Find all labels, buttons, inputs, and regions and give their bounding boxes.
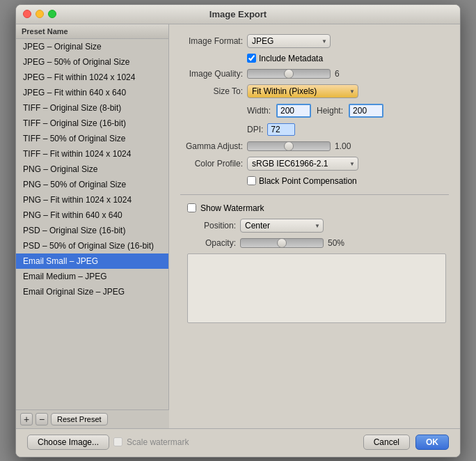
image-export-window: Image Export Preset Name JPEG – Original…: [15, 4, 461, 458]
dpi-label: DPI:: [247, 125, 263, 134]
footer: Choose Image... Scale watermark Cancel O…: [16, 428, 460, 457]
width-height-row: Width: Height:: [247, 104, 449, 118]
opacity-slider-container: 50%: [240, 238, 344, 248]
position-select-wrapper: Center: [240, 219, 324, 233]
include-metadata-row: Include Metadata: [247, 54, 449, 63]
close-button[interactable]: [23, 10, 31, 18]
preset-item-16[interactable]: Email Original Size – JPEG: [16, 284, 168, 299]
dpi-input[interactable]: [267, 123, 295, 136]
image-quality-slider[interactable]: [247, 69, 331, 79]
ok-button[interactable]: OK: [415, 435, 449, 450]
preset-item-6[interactable]: TIFF – 50% of Original Size: [16, 131, 168, 146]
size-to-row: Size To: Fit Within (Pixels): [180, 84, 449, 98]
scale-watermark-checkbox[interactable]: [113, 437, 122, 446]
scale-watermark-label: Scale watermark: [127, 437, 189, 447]
color-profile-select-wrapper: sRGB IEC61966-2.1: [247, 157, 358, 171]
gamma-value: 1.00: [335, 141, 351, 151]
position-select[interactable]: Center: [240, 219, 324, 233]
height-input[interactable]: [349, 104, 383, 118]
divider-1: [180, 194, 449, 195]
add-preset-button[interactable]: +: [20, 413, 33, 425]
position-label: Position:: [194, 221, 236, 230]
width-input[interactable]: [276, 104, 311, 118]
remove-preset-button[interactable]: −: [35, 413, 48, 425]
black-point-row: Black Point Compensation: [247, 176, 449, 186]
opacity-value: 50%: [328, 238, 344, 248]
opacity-slider[interactable]: [240, 238, 324, 248]
size-to-select[interactable]: Fit Within (Pixels): [247, 84, 358, 98]
gamma-slider-container: 1.00: [247, 141, 351, 151]
image-quality-slider-container: 6: [247, 69, 340, 79]
gamma-slider[interactable]: [247, 141, 331, 151]
black-point-label: Black Point Compensation: [259, 176, 357, 186]
position-row: Position: Center: [194, 219, 449, 233]
include-metadata-checkbox[interactable]: [247, 54, 256, 63]
main-panel: Image Format: JPEG Include Metadata Imag…: [169, 24, 460, 428]
window-title: Image Export: [209, 9, 267, 19]
size-to-select-wrapper: Fit Within (Pixels): [247, 84, 358, 98]
size-to-label: Size To:: [180, 86, 243, 96]
reset-preset-button[interactable]: Reset Preset: [51, 413, 108, 425]
preset-item-10[interactable]: PNG – Fit within 1024 x 1024: [16, 192, 168, 208]
preset-item-2[interactable]: JPEG – Fit within 1024 x 1024: [16, 70, 168, 85]
gamma-adjust-row: Gamma Adjust: 1.00: [180, 141, 449, 151]
show-watermark-row: Show Watermark: [187, 203, 449, 213]
image-format-row: Image Format: JPEG: [180, 34, 449, 48]
gamma-adjust-label: Gamma Adjust:: [180, 141, 243, 151]
show-watermark-checkbox[interactable]: [187, 203, 196, 212]
preset-item-13[interactable]: PSD – 50% of Original Size (16-bit): [16, 238, 168, 253]
cancel-button[interactable]: Cancel: [363, 435, 410, 450]
opacity-label: Opacity:: [194, 238, 236, 248]
image-format-select-wrapper: JPEG: [247, 34, 331, 48]
opacity-row: Opacity: 50%: [194, 238, 449, 248]
sidebar-footer: + − Reset Preset: [16, 409, 169, 428]
minimize-button[interactable]: [35, 10, 44, 18]
image-quality-row: Image Quality: 6: [180, 69, 449, 79]
preset-item-5[interactable]: TIFF – Original Size (16-bit): [16, 116, 168, 131]
image-quality-value: 6: [335, 69, 340, 79]
sidebar: Preset Name JPEG – Original SizeJPEG – 5…: [16, 24, 169, 428]
preset-item-0[interactable]: JPEG – Original Size: [16, 39, 168, 54]
color-profile-row: Color Profile: sRGB IEC61966-2.1: [180, 157, 449, 171]
image-format-label: Image Format:: [180, 36, 243, 46]
height-label: Height:: [317, 106, 343, 116]
maximize-button[interactable]: [48, 10, 56, 18]
color-profile-select[interactable]: sRGB IEC61966-2.1: [247, 157, 358, 171]
show-watermark-label: Show Watermark: [200, 203, 264, 213]
preset-item-3[interactable]: JPEG – Fit within 640 x 640: [16, 85, 168, 100]
traffic-lights: [23, 10, 56, 18]
footer-left: Choose Image... Scale watermark: [27, 435, 189, 450]
preset-item-14[interactable]: Email Small – JPEG: [16, 253, 168, 269]
preset-item-15[interactable]: Email Medium – JPEG: [16, 269, 168, 284]
preset-item-7[interactable]: TIFF – Fit within 1024 x 1024: [16, 146, 168, 162]
preset-item-1[interactable]: JPEG – 50% of Original Size: [16, 54, 168, 70]
watermark-preview: [187, 253, 446, 323]
preset-item-4[interactable]: TIFF – Original Size (8-bit): [16, 100, 168, 116]
content-area: Preset Name JPEG – Original SizeJPEG – 5…: [16, 24, 460, 428]
titlebar: Image Export: [16, 5, 460, 24]
width-label: Width:: [247, 106, 271, 116]
dpi-row: DPI:: [247, 123, 449, 136]
sidebar-header: Preset Name: [16, 24, 168, 39]
preset-item-8[interactable]: PNG – Original Size: [16, 162, 168, 177]
preset-item-11[interactable]: PNG – Fit within 640 x 640: [16, 208, 168, 223]
footer-right: Cancel OK: [363, 435, 449, 450]
preset-item-9[interactable]: PNG – 50% of Original Size: [16, 177, 168, 192]
include-metadata-label: Include Metadata: [259, 54, 323, 63]
choose-image-button[interactable]: Choose Image...: [27, 435, 109, 450]
black-point-checkbox[interactable]: [247, 176, 256, 185]
preset-item-12[interactable]: PSD – Original Size (16-bit): [16, 223, 168, 238]
image-format-select[interactable]: JPEG: [247, 34, 331, 48]
image-quality-label: Image Quality:: [180, 69, 243, 79]
color-profile-label: Color Profile:: [180, 159, 243, 169]
preset-list: JPEG – Original SizeJPEG – 50% of Origin…: [16, 39, 168, 428]
